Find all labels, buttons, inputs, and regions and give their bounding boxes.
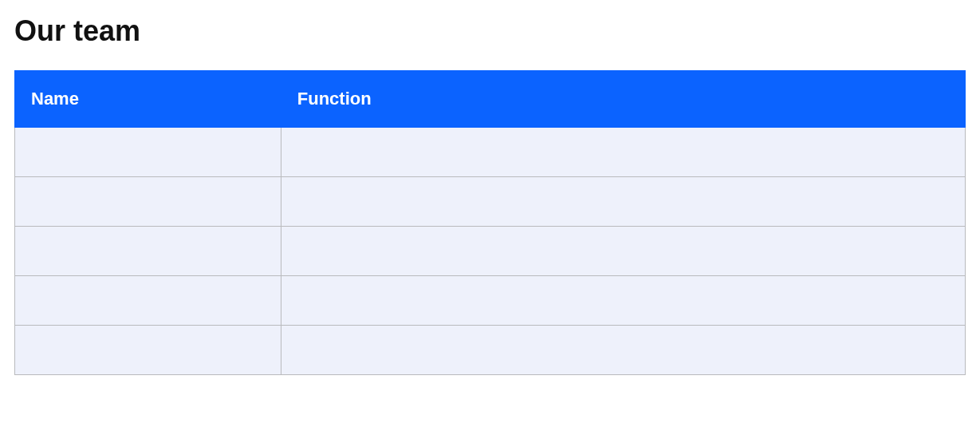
column-header-name: Name <box>15 71 281 128</box>
cell-function <box>281 177 965 227</box>
cell-name <box>15 326 281 375</box>
table-row <box>15 326 966 375</box>
team-table: Name Function <box>14 70 966 375</box>
cell-name <box>15 227 281 276</box>
table-row <box>15 128 966 177</box>
cell-function <box>281 326 965 375</box>
cell-function <box>281 276 965 326</box>
table-row <box>15 227 966 276</box>
page-title: Our team <box>14 14 966 48</box>
cell-name <box>15 276 281 326</box>
cell-function <box>281 227 965 276</box>
table-row <box>15 276 966 326</box>
cell-name <box>15 177 281 227</box>
cell-function <box>281 128 965 177</box>
table-header-row: Name Function <box>15 71 966 128</box>
cell-name <box>15 128 281 177</box>
table-row <box>15 177 966 227</box>
column-header-function: Function <box>281 71 965 128</box>
